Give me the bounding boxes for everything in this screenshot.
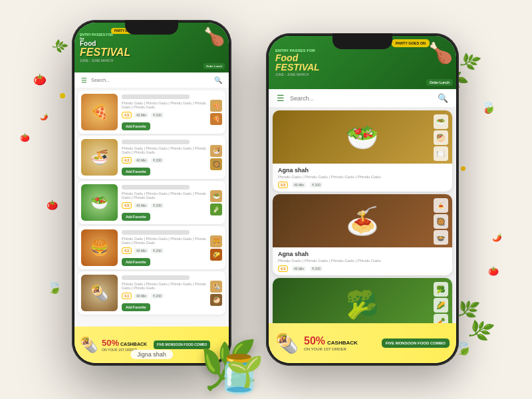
thumb-mini: 🍕 bbox=[210, 100, 222, 112]
thumb-stack: 🍔 🌮 bbox=[210, 235, 222, 261]
food-list: 🍕 Phindu Gadu | Phindu Gadu | Phindu Gad… bbox=[74, 88, 229, 332]
time-badge: 40 Min bbox=[292, 182, 306, 188]
phone-right-screen: ENTRY PASSES FOR Food FESTIVAL JUNE - JU… bbox=[269, 36, 456, 363]
time: 40 Min bbox=[134, 203, 148, 208]
thumb-stack: 🥗 🥬 bbox=[210, 190, 222, 215]
thumb-mini: 🍔 bbox=[210, 235, 222, 247]
right-food-item[interactable]: 🥗 🥗 🥙 🍽️ Agna shah Phindu Gadu | Phindu … bbox=[273, 110, 452, 192]
food-list-item[interactable]: 🥗 Phindu Gadu | Phindu Gadu | Phindu Gad… bbox=[78, 181, 225, 224]
food-name-bar bbox=[122, 94, 190, 99]
cashback-label-left: CASHBACK bbox=[120, 342, 147, 346]
food-info: Phindu Gadu | Phindu Gadu | Phindu Gadu … bbox=[122, 230, 206, 266]
thumb-mini: 🥗 bbox=[210, 190, 222, 202]
thumb-mini: 🌮 bbox=[210, 249, 222, 261]
right-food-photo-1: 🥗 🥗 🥙 🍽️ bbox=[273, 110, 452, 164]
food-meta: 4.1 40 Min ₹ 200 bbox=[122, 293, 206, 299]
food-name-bar bbox=[122, 275, 190, 280]
food-name-bar bbox=[122, 140, 190, 144]
right-filter-icon[interactable]: ☰ bbox=[277, 93, 285, 103]
thumb-mini: 🌯 bbox=[210, 281, 222, 293]
festival-line2: FESTIVAL bbox=[275, 63, 450, 72]
food-info: Phindu Gadu | Phindu Gadu | Phindu Gadu … bbox=[122, 275, 206, 311]
food-tags: Phindu Gadu | Phindu Gadu | Phindu Gadu … bbox=[122, 146, 206, 154]
right-thumb-stack: 🥦 🌽 🥕 bbox=[434, 282, 448, 325]
combo-text: FIVE MONSOON FOOD COMBO bbox=[386, 341, 446, 345]
deco-tomato: 🍅 bbox=[47, 200, 58, 210]
thumb-mini: 🥬 bbox=[210, 203, 222, 215]
thumb-mini: 🍝 bbox=[434, 198, 448, 213]
add-favorite-btn[interactable]: Add Favorite bbox=[122, 213, 150, 221]
food-thumb: 🥗 bbox=[81, 184, 118, 221]
right-food-meta: 4.5 40 Min ₹ 200 bbox=[278, 182, 447, 188]
phone-left-notch bbox=[125, 20, 178, 35]
phone-left-screen: ENTRY PASSES FOR for Food FESTIVAL JUNE … bbox=[74, 23, 229, 363]
food-list-item[interactable]: 🍕 Phindu Gadu | Phindu Gadu | Phindu Gad… bbox=[78, 90, 225, 134]
price: ₹ 200 bbox=[151, 158, 164, 163]
promo-food-icon: 🌯 bbox=[275, 332, 299, 354]
promo-combo-box: FIVE MONSOON FOOD COMBO bbox=[382, 338, 450, 348]
food-name-bar bbox=[122, 185, 190, 190]
deco-leaf: 🍃 bbox=[479, 98, 497, 116]
food-list-item[interactable]: 🍔 Phindu Gadu | Phindu Gadu | Phindu Gad… bbox=[78, 226, 225, 269]
right-food-meta: 4.3 40 Min ₹ 200 bbox=[278, 265, 447, 272]
food-list-item[interactable]: 🌯 Phindu Gadu | Phindu Gadu | Phindu Gad… bbox=[78, 271, 225, 315]
food-name-bar bbox=[122, 230, 190, 235]
right-search-input[interactable] bbox=[290, 95, 432, 102]
right-food-photo-3: 🥦 🥦 🌽 🥕 bbox=[273, 278, 452, 325]
deco-tomato: 🍅 bbox=[33, 73, 47, 86]
thumb-mini: 🥘 bbox=[434, 214, 448, 229]
food-list-item[interactable]: 🍜 Phindu Gadu | Phindu Gadu | Phindu Gad… bbox=[78, 136, 225, 179]
thumb-mini: 🍲 bbox=[434, 230, 448, 245]
deco-tomato: 🍅 bbox=[484, 106, 492, 114]
phone-right: ENTRY PASSES FOR Food FESTIVAL JUNE - JU… bbox=[266, 33, 459, 366]
user-label: Jigna shah bbox=[130, 350, 173, 359]
rating-badge: 4.3 bbox=[278, 265, 288, 272]
add-favorite-btn[interactable]: Add Favorite bbox=[122, 168, 150, 176]
thumb-mini: 🍽️ bbox=[434, 146, 448, 161]
cashback-pct-left: 50% bbox=[102, 338, 119, 348]
right-search-bar: ☰ 🔍 bbox=[269, 89, 456, 108]
rating: 4.5 bbox=[122, 112, 132, 118]
right-thumb-stack: 🥗 🥙 🍽️ bbox=[434, 114, 448, 161]
food-tags: Phindu Gadu | Phindu Gadu | Phindu Gadu … bbox=[122, 192, 206, 200]
festival-title-left: Food FESTIVAL bbox=[80, 41, 184, 57]
food-tags: Phindu Gadu | Phindu Gadu | Phindu Gadu … bbox=[122, 101, 206, 109]
cashback-sub: ON YOUR 1ST ORDER bbox=[304, 347, 358, 351]
search-icon[interactable]: 🔍 bbox=[214, 76, 222, 84]
filter-icon[interactable]: ☰ bbox=[81, 76, 87, 84]
right-search-icon[interactable]: 🔍 bbox=[438, 93, 448, 103]
deco-chili: 🌶️ bbox=[40, 113, 48, 120]
food-thumb: 🍔 bbox=[81, 229, 118, 266]
add-favorite-btn[interactable]: Add Favorite bbox=[122, 122, 150, 130]
right-food-photo-2: 🍝 🍝 🥘 🍲 bbox=[273, 194, 452, 247]
left-banner-food: 🍗 bbox=[203, 27, 225, 47]
food-meta: 4.2 40 Min ₹ 200 bbox=[122, 247, 206, 254]
search-input[interactable] bbox=[91, 78, 210, 82]
promo-food-left: 🌯 bbox=[80, 336, 98, 354]
festival-date: JUNE - JUNE MARCH bbox=[275, 72, 450, 76]
price-badge: ₹ 200 bbox=[310, 266, 323, 271]
food-info: Phindu Gadu | Phindu Gadu | Phindu Gadu … bbox=[122, 185, 206, 221]
add-favorite-btn[interactable]: Add Favorite bbox=[122, 303, 150, 311]
promo-text-block: 50% CASHBACK ON YOUR 1ST ORDER bbox=[304, 335, 358, 351]
time: 40 Min bbox=[134, 293, 148, 299]
order-lunch-badge: Order Lunch bbox=[426, 79, 453, 86]
thumb-stack: 🍜 🥘 bbox=[210, 145, 222, 170]
deco-leaf: 🍃 bbox=[45, 278, 64, 296]
food-tags: Phindu Gadu | Phindu Gadu | Phindu Gadu … bbox=[122, 237, 206, 245]
right-food-item[interactable]: 🥦 🥦 🌽 🥕 Agna shah Phindu Gadu | Phindu G… bbox=[273, 278, 452, 325]
thumb-mini: 🍕 bbox=[210, 113, 222, 125]
basil-fresh: 🌱 bbox=[226, 354, 263, 389]
price: ₹ 200 bbox=[151, 112, 164, 118]
phone-left: ENTRY PASSES FOR for Food FESTIVAL JUNE … bbox=[72, 20, 231, 366]
time-badge: 40 Min bbox=[292, 266, 306, 271]
right-food-item[interactable]: 🍝 🍝 🥘 🍲 Agna shah Phindu Gadu | Phindu G… bbox=[273, 194, 452, 275]
rating: 4.1 bbox=[122, 293, 132, 299]
price: ₹ 200 bbox=[151, 203, 164, 208]
deco-tomato: 🍅 bbox=[20, 133, 30, 142]
thumb-stack: 🌯 🥙 bbox=[210, 281, 222, 306]
right-food-list: 🥗 🥗 🥙 🍽️ Agna shah Phindu Gadu | Phindu … bbox=[269, 108, 456, 325]
add-favorite-btn[interactable]: Add Favorite bbox=[122, 258, 150, 266]
banner-food-icon: 🍗 bbox=[428, 41, 453, 65]
thumb-mini: 🍜 bbox=[210, 145, 222, 157]
